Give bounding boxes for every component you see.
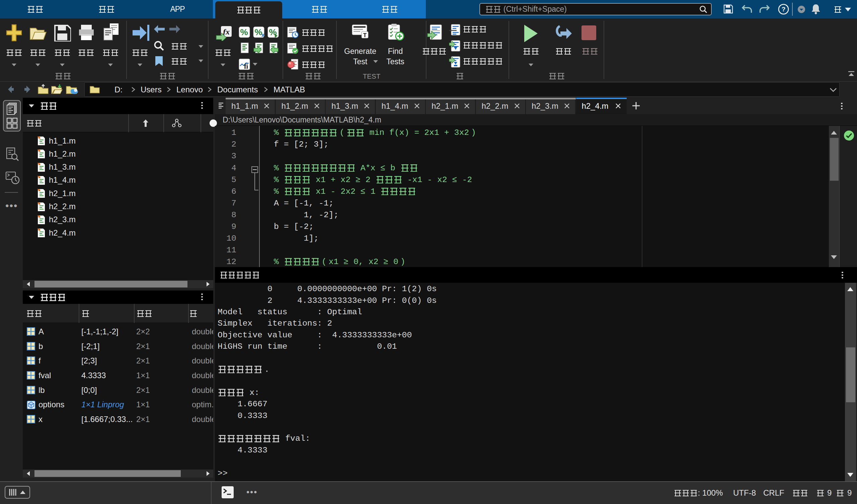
svg-text:fi: fi [244,63,248,70]
svg-text:%: % [240,27,248,37]
svg-text:fx: fx [223,28,230,36]
svg-text:T: T [363,32,367,38]
svg-text:?: ? [782,6,786,13]
svg-text:x: x [262,32,265,38]
